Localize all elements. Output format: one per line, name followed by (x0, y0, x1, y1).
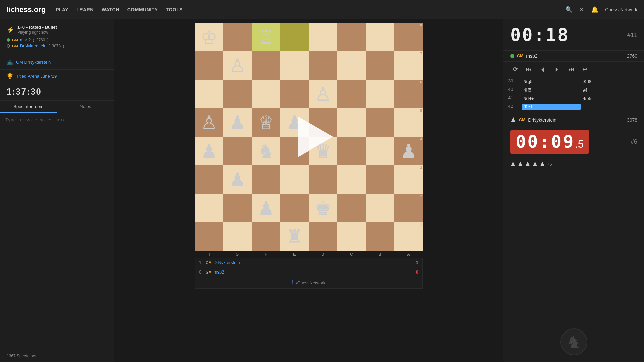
nav-watch[interactable]: WATCH (102, 7, 119, 12)
board-square[interactable] (280, 80, 309, 108)
board-square[interactable] (195, 222, 223, 251)
board-square[interactable] (366, 165, 394, 194)
board-square[interactable]: ♜ (280, 222, 309, 251)
board-square[interactable] (337, 165, 366, 194)
last-move-button[interactable]: ⏭ (566, 65, 577, 74)
board-square[interactable] (337, 51, 366, 80)
board-square[interactable]: ♟ (252, 194, 280, 222)
board-square[interactable] (223, 23, 252, 51)
player1-name[interactable]: msb2 (20, 37, 31, 42)
board-square[interactable]: ♟ (223, 108, 252, 137)
board-square[interactable] (280, 194, 309, 222)
board-square[interactable] (309, 165, 337, 194)
score-name-2[interactable]: msb2 (214, 269, 224, 275)
board-square[interactable] (223, 137, 252, 165)
board-square[interactable] (223, 194, 252, 222)
move-black-40[interactable]: e4 (581, 87, 640, 93)
board-square[interactable] (366, 222, 394, 251)
board-square[interactable] (337, 222, 366, 251)
move-black-41[interactable]: ♞e5 (581, 95, 640, 102)
move-white-39[interactable]: ♛g5 (522, 78, 581, 85)
board-square[interactable] (337, 194, 366, 222)
move-white-42[interactable]: ♜e1 (522, 104, 581, 110)
board-square[interactable] (337, 108, 366, 137)
board-square[interactable] (366, 80, 394, 108)
board-square[interactable]: 7 (394, 51, 423, 80)
board-square[interactable]: 4♟ (394, 137, 423, 165)
social-handle[interactable]: /ChessNetwork (296, 280, 325, 285)
board-square[interactable] (252, 51, 280, 80)
board-square[interactable] (337, 137, 366, 165)
board-square[interactable]: ♚ (309, 194, 337, 222)
board-square[interactable]: 3 (394, 165, 423, 194)
board-square[interactable]: 5 (394, 108, 423, 137)
nav-tools[interactable]: TOOLS (166, 7, 183, 12)
board-square[interactable] (280, 165, 309, 194)
board-square[interactable] (366, 23, 394, 51)
board-square[interactable] (309, 51, 337, 80)
prev-move-button[interactable]: ⏴ (537, 65, 549, 74)
player2-display-name[interactable]: DrNykterstein (528, 117, 556, 123)
notifications-icon[interactable]: 🔔 (591, 6, 598, 13)
nav-play[interactable]: PLAY (56, 7, 68, 12)
board-square[interactable] (280, 51, 309, 80)
tv-player-name[interactable]: GM DrNykterstein (16, 60, 51, 65)
board-square[interactable] (309, 23, 337, 51)
board-square[interactable] (280, 23, 309, 51)
board-square[interactable]: 2 (394, 194, 423, 222)
player2-name-left[interactable]: DrNykterstein (20, 43, 47, 48)
move-black-42[interactable] (581, 104, 640, 110)
next-move-button[interactable]: ⏵ (551, 65, 563, 74)
board-square[interactable] (195, 194, 223, 222)
site-logo[interactable]: lichess.org (7, 5, 46, 14)
board-square[interactable] (337, 23, 366, 51)
move-white-41[interactable]: ♛f4+ (522, 95, 581, 102)
tournament-name[interactable]: Titled Arena June '19 (16, 74, 57, 79)
first-move-button[interactable]: ⏮ (523, 65, 535, 74)
board-square[interactable]: ♞ (252, 137, 280, 165)
search-icon[interactable]: 🔍 (565, 6, 573, 13)
play-button-overlay[interactable] (298, 117, 333, 157)
board-square[interactable] (366, 137, 394, 165)
board-square[interactable] (366, 194, 394, 222)
board-square[interactable]: ♙ (309, 80, 337, 108)
move-row-42: 42 ♜e1 (507, 103, 641, 111)
board-square[interactable] (195, 51, 223, 80)
board-square[interactable] (337, 80, 366, 108)
board-square[interactable] (252, 80, 280, 108)
move-black-39[interactable]: ♜d8 (581, 78, 640, 85)
close-icon[interactable]: ✕ (579, 6, 584, 13)
board-square[interactable] (195, 80, 223, 108)
analyze-button[interactable]: ↩ (580, 64, 590, 74)
board-square[interactable]: ♔ (195, 23, 223, 51)
tournament-link[interactable]: 🏆 Titled Arena June '19 (7, 73, 107, 79)
board-square[interactable] (366, 51, 394, 80)
board-square[interactable] (309, 222, 337, 251)
board-square[interactable]: 8 (394, 23, 423, 51)
board-square[interactable]: ♟ (195, 137, 223, 165)
board-square[interactable] (252, 165, 280, 194)
spectator-piece-2: ♟ (518, 160, 523, 168)
board-square[interactable] (223, 80, 252, 108)
board-square[interactable]: ♙ (195, 108, 223, 137)
board-square[interactable]: 1 (394, 222, 423, 251)
board-square[interactable]: 6 (394, 80, 423, 108)
score-name-1[interactable]: DrNykterstein (214, 260, 240, 265)
tab-spectator-room[interactable]: Spectator room (0, 101, 57, 113)
notes-input[interactable] (5, 117, 108, 144)
player1-display-name[interactable]: msb2 (526, 53, 537, 59)
move-white-40[interactable]: ♛f5 (522, 87, 581, 93)
nav-learn[interactable]: LEARN (76, 7, 94, 12)
board-square[interactable] (252, 222, 280, 251)
board-square[interactable] (223, 222, 252, 251)
board-square[interactable]: ♕ (252, 108, 280, 137)
nav-community[interactable]: COMMUNITY (127, 7, 158, 12)
tab-notes[interactable]: Notes (57, 101, 114, 113)
board-square[interactable]: ♟ (223, 165, 252, 194)
board-square[interactable]: ♙ (223, 51, 252, 80)
board-square[interactable] (366, 108, 394, 137)
board-square[interactable] (195, 165, 223, 194)
board-square[interactable]: ♖ (252, 23, 280, 51)
flip-board-button[interactable]: ⟳ (510, 64, 521, 74)
username-display[interactable]: Chess-Network (605, 7, 637, 12)
